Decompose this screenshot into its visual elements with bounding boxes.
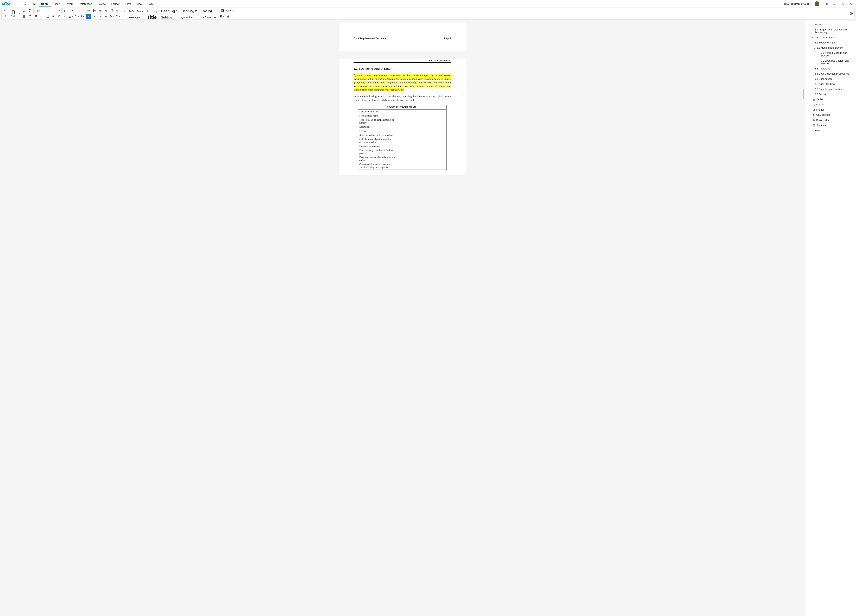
nav-heading-3-7[interactable]: 3.7 Data Responsibilities [805, 87, 856, 92]
page-current[interactable]: 2.0 Data Description 2.2.3 Dynamic Outpu… [339, 59, 466, 175]
redo-button[interactable] [3, 14, 8, 19]
undo-button[interactable] [3, 8, 8, 13]
svg-rect-22 [29, 9, 31, 10]
number-list-button[interactable]: 123 [92, 8, 97, 13]
bold-button[interactable]: B [33, 14, 38, 19]
font-color-button[interactable]: A▼ [80, 14, 85, 19]
nav-heading-3-2-2[interactable]: 3.2.2 Output Medium and Device [805, 58, 856, 66]
nav-heading-3-2-1[interactable]: 3.2.1 Input Medium and Device [805, 50, 856, 58]
shrink-font-button[interactable] [76, 8, 82, 13]
indent-button[interactable] [103, 8, 109, 13]
font-size-select[interactable]: 6▼ [62, 8, 70, 13]
heading-2-2-3: 2.2.3 Dynamic Output Data [354, 67, 451, 71]
navigator-icon[interactable] [841, 2, 844, 6]
nav-cat-images[interactable]: ›🖼Images [805, 107, 856, 112]
nextcloud-logo[interactable] [2, 1, 10, 6]
line-spacing-button[interactable]: ▼ [109, 14, 114, 19]
rtl-button[interactable]: ←¶ [121, 8, 126, 13]
style-quotations[interactable]: Quotations [180, 14, 199, 19]
nav-heading-3-6[interactable]: 3.6 Error Handling [805, 81, 856, 87]
navigator-pane: Factors 2.9 Frequency of Update and Proc… [805, 20, 856, 616]
insert-page-break-button[interactable] [225, 14, 231, 19]
style-default-paragraph[interactable]: Default Paragr [127, 8, 145, 14]
nav-section-intro[interactable]: Intro [805, 128, 856, 133]
italic-button[interactable]: I [39, 14, 44, 19]
close-icon[interactable] [849, 2, 853, 6]
font-name-select[interactable]: Font▼ [33, 8, 62, 13]
outdent-button[interactable] [98, 8, 103, 13]
align-right-button[interactable] [98, 14, 103, 19]
align-left-button[interactable] [86, 14, 91, 19]
table-row: Characteristics, such as accuracy, valid… [358, 162, 399, 170]
nav-cat-bookmarks[interactable]: 🔖Bookmarks [805, 117, 856, 123]
list-icon[interactable] [833, 2, 836, 6]
nav-cat-tables[interactable]: ›▦Tables [805, 97, 856, 102]
style-title[interactable]: Title [145, 14, 159, 19]
clone-formatting-button[interactable] [27, 8, 32, 13]
logical-group-table[interactable]: LOGICAL GROUP NAME: Data element name Sy… [358, 105, 447, 170]
highlight-color-button[interactable]: ▼ [74, 14, 79, 19]
nav-heading-3-5[interactable]: 3.5 User Access [805, 76, 856, 81]
pilcrow-button[interactable]: ¶ [109, 8, 114, 13]
nav-heading-3-3[interactable]: 3.3 Recipients [805, 66, 856, 71]
grow-font-button[interactable] [71, 8, 75, 13]
style-heading-1[interactable]: Heading 1 [159, 8, 180, 14]
scrollbar-thumb[interactable] [803, 89, 804, 99]
document-area[interactable]: Data Requirements Document Page 2 2.0 Da… [0, 20, 805, 616]
svg-rect-24 [23, 15, 25, 17]
nav-heading-2-9[interactable]: 2.9 Frequency of Update and Processing [805, 27, 856, 35]
para-bgcolor-button[interactable]: ▼ [115, 14, 120, 19]
subscript-button[interactable]: X2 [57, 14, 62, 19]
save-check-icon[interactable] [15, 2, 18, 6]
cut-button[interactable] [22, 8, 26, 13]
char-spacing-button[interactable]: VA▼ [68, 14, 74, 19]
align-justify-button[interactable] [103, 14, 109, 19]
copy-button[interactable] [22, 14, 26, 19]
nav-cat-frames[interactable]: ▢Frames [805, 102, 856, 107]
menu-review[interactable]: Review [95, 2, 108, 6]
page-header: Data Requirements Document Page 2 [354, 37, 451, 40]
user-avatar[interactable] [814, 2, 819, 6]
nav-cat-sections[interactable]: ⌄▤Sections [805, 123, 856, 128]
underline-button[interactable]: U [45, 14, 50, 19]
clear-formatting-button[interactable] [27, 14, 32, 19]
menu-home[interactable]: Home [39, 1, 51, 6]
nav-heading-3-8[interactable]: 3.8 Security [805, 92, 856, 97]
nav-heading-3-4[interactable]: 3.4 Data Collection Procedures [805, 71, 856, 76]
style-heading-3[interactable]: Heading 3 [199, 8, 218, 14]
menu-references[interactable]: References [76, 2, 94, 6]
align-center-button[interactable] [92, 14, 97, 19]
menu-view[interactable]: View [134, 2, 144, 6]
bullet-list-button[interactable] [86, 8, 91, 13]
expand-ribbon-icon[interactable] [849, 11, 853, 15]
style-text-body[interactable]: Text Body [145, 8, 159, 14]
paste-dropdown-icon[interactable]: ▼ [19, 13, 20, 14]
paste-button[interactable]: Paste [9, 9, 18, 18]
svg-rect-3 [825, 3, 827, 5]
svg-point-0 [5, 2, 7, 5]
nav-heading-factors[interactable]: Factors [805, 22, 856, 27]
menu-form[interactable]: Form [123, 2, 133, 6]
page-previous[interactable]: Data Requirements Document Page 2 [339, 23, 466, 51]
nav-cat-ole[interactable]: ›◧OLE objects [805, 112, 856, 117]
nav-heading-3-2[interactable]: ⌄3.2 Medium and Device [805, 45, 856, 50]
nav-heading-3-1[interactable]: 3.1 Source of Input [805, 40, 856, 45]
ltr-button[interactable]: ¶→ [115, 8, 120, 13]
insert-image-button[interactable]: ▼ [220, 14, 225, 19]
nav-heading-3-0[interactable]: ⌄3.0 DATA HANDLING [805, 35, 856, 40]
menu-file[interactable]: File [29, 2, 38, 6]
edit-external-icon[interactable] [23, 2, 26, 6]
chevron-down-icon: ⌄ [809, 124, 811, 127]
strikethrough-button[interactable]: S [51, 14, 56, 19]
insert-table-button[interactable]: Insert Ta [220, 8, 236, 13]
sidebar-toggle-icon[interactable] [825, 2, 828, 6]
style-preformatted[interactable]: Preformattec [199, 14, 218, 19]
superscript-button[interactable]: X2 [63, 14, 68, 19]
menu-insert[interactable]: Insert [51, 2, 63, 6]
menu-help[interactable]: Help [145, 2, 155, 6]
style-subtitle[interactable]: Subtitle [159, 14, 180, 19]
menu-format[interactable]: Format [109, 2, 122, 6]
style-heading-4[interactable]: Heading 4 [127, 14, 145, 19]
style-heading-2[interactable]: Heading 2 [180, 8, 199, 14]
menu-layout[interactable]: Layout [63, 2, 75, 6]
